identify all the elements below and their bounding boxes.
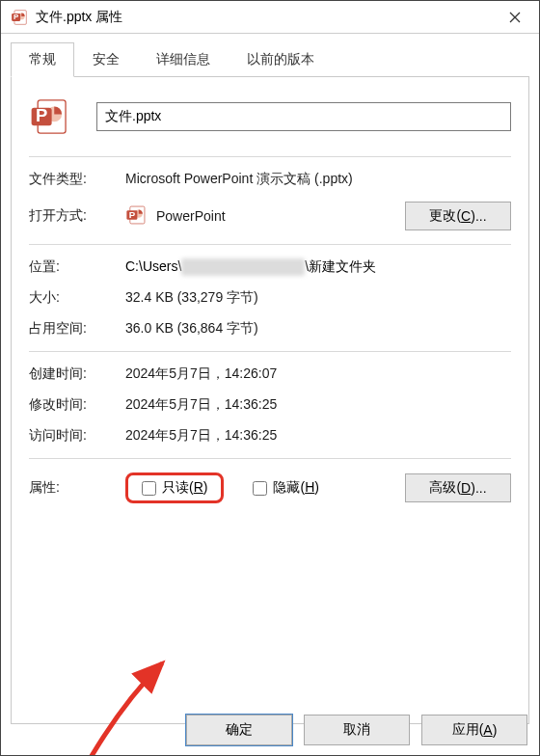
redacted-segment — [181, 258, 305, 276]
location-suffix: \新建文件夹 — [305, 258, 376, 274]
general-panel: P 文件类型: Microsoft PowerPoint 演示文稿 (.pptx… — [11, 76, 529, 724]
created-label: 创建时间: — [29, 365, 125, 383]
dialog-buttons: 确定 取消 应用(A) — [186, 715, 527, 745]
location-value: C:\Users\\新建文件夹 — [125, 258, 511, 276]
modified-value: 2024年5月7日，14:36:25 — [125, 396, 511, 414]
created-value: 2024年5月7日，14:26:07 — [125, 365, 511, 383]
titlebar: P 文件.pptx 属性 — [1, 1, 539, 34]
open-with-label: 打开方式: — [29, 207, 125, 225]
svg-text:P: P — [14, 13, 18, 21]
size-value: 32.4 KB (33,279 字节) — [125, 289, 511, 307]
file-type-icon: P — [29, 96, 69, 137]
tab-general[interactable]: 常规 — [11, 42, 74, 77]
tab-details[interactable]: 详细信息 — [138, 42, 229, 77]
location-label: 位置: — [29, 258, 125, 276]
accessed-label: 访问时间: — [29, 427, 125, 445]
ok-button[interactable]: 确定 — [186, 715, 292, 745]
readonly-checkbox[interactable]: 只读(R) — [142, 479, 207, 497]
tab-security[interactable]: 安全 — [74, 42, 138, 77]
apply-button[interactable]: 应用(A) — [421, 715, 527, 745]
hidden-checkbox[interactable]: 隐藏(H) — [253, 479, 318, 497]
location-prefix: C:\Users\ — [125, 258, 181, 274]
powerpoint-icon: P — [125, 204, 148, 228]
close-button[interactable] — [493, 2, 537, 33]
tab-previous-versions[interactable]: 以前的版本 — [229, 42, 333, 77]
size-on-disk-label: 占用空间: — [29, 320, 125, 338]
attributes-label: 属性: — [29, 479, 125, 497]
change-button[interactable]: 更改(C)... — [405, 202, 511, 230]
size-on-disk-value: 36.0 KB (36,864 字节) — [125, 320, 511, 338]
pptx-icon: P — [11, 9, 28, 26]
readonly-checkbox-label: 只读(R) — [162, 479, 207, 497]
cancel-button[interactable]: 取消 — [304, 715, 410, 745]
annotation-arrow-icon — [68, 652, 202, 756]
svg-text:P: P — [129, 209, 136, 220]
readonly-checkbox-input[interactable] — [142, 481, 156, 496]
readonly-highlight: 只读(R) — [125, 472, 224, 503]
svg-text:P: P — [36, 105, 47, 125]
file-type-value: Microsoft PowerPoint 演示文稿 (.pptx) — [125, 171, 511, 188]
file-type-label: 文件类型: — [29, 171, 125, 188]
advanced-button[interactable]: 高级(D)... — [405, 473, 511, 502]
filename-input[interactable] — [96, 102, 511, 131]
tab-strip: 常规 安全 详细信息 以前的版本 — [1, 34, 539, 76]
window-title: 文件.pptx 属性 — [36, 9, 493, 26]
hidden-checkbox-label: 隐藏(H) — [273, 479, 318, 497]
accessed-value: 2024年5月7日，14:36:25 — [125, 427, 511, 445]
hidden-checkbox-input[interactable] — [253, 481, 267, 496]
modified-label: 修改时间: — [29, 396, 125, 414]
size-label: 大小: — [29, 289, 125, 307]
open-with-value: PowerPoint — [156, 208, 405, 224]
